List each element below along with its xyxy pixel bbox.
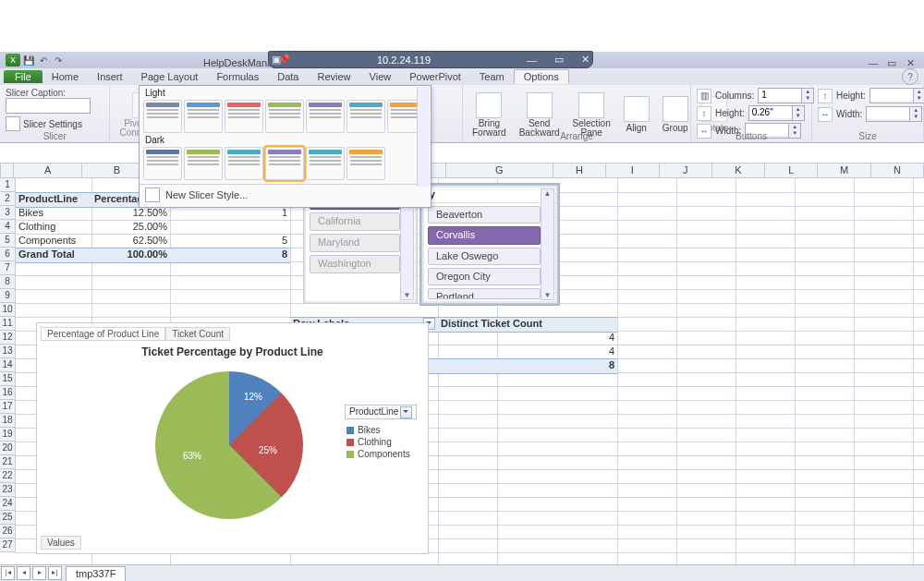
remote-ip: 10.2.24.119 bbox=[296, 54, 512, 66]
tab-insert[interactable]: Insert bbox=[88, 70, 132, 83]
pivot-chart[interactable]: Percentage of Product Line Ticket Count … bbox=[36, 322, 429, 554]
sheet-nav-prev[interactable]: ◂ bbox=[17, 566, 30, 580]
style-thumb[interactable] bbox=[346, 147, 385, 180]
tab-view[interactable]: View bbox=[360, 70, 401, 83]
tab-home[interactable]: Home bbox=[43, 70, 88, 83]
redo-icon[interactable]: ↷ bbox=[52, 54, 65, 67]
tab-powerpivot[interactable]: PowerPivot bbox=[400, 70, 470, 83]
quick-access-toolbar: X 💾 ↶ ↷ bbox=[6, 54, 65, 67]
slicer-settings-button[interactable]: Slicer Settings bbox=[6, 116, 82, 131]
minimize-icon[interactable]: — bbox=[865, 57, 881, 68]
ribbon-group-buttons: Buttons bbox=[691, 131, 811, 141]
excel-icon[interactable]: X bbox=[6, 54, 20, 67]
gallery-light-label: Light bbox=[140, 86, 431, 100]
rd-close-icon[interactable]: ✕ bbox=[578, 54, 592, 66]
columns-input[interactable] bbox=[759, 89, 801, 101]
remote-connection-bar[interactable]: 📌 ▣ 10.2.24.119 — ▭ ✕ bbox=[268, 51, 593, 68]
style-thumb[interactable] bbox=[306, 147, 345, 180]
ribbon-tabs: File Home Insert Page Layout Formulas Da… bbox=[0, 68, 924, 86]
style-thumb[interactable] bbox=[143, 100, 182, 133]
pie-label-components: 63% bbox=[183, 451, 201, 461]
rd-minimize-icon[interactable]: — bbox=[525, 54, 539, 66]
sheet-nav-last[interactable]: ▸| bbox=[48, 566, 62, 580]
tab-formulas[interactable]: Formulas bbox=[207, 70, 268, 83]
sheet-tab[interactable]: tmp337F bbox=[66, 566, 126, 581]
pin-icon[interactable]: 📌 bbox=[276, 54, 290, 66]
sheet-nav-first[interactable]: |◂ bbox=[1, 566, 15, 580]
close-icon[interactable]: ✕ bbox=[902, 57, 918, 68]
tab-pagelayout[interactable]: Page Layout bbox=[132, 70, 208, 83]
size-width-input[interactable] bbox=[867, 107, 909, 119]
style-thumb[interactable] bbox=[346, 100, 385, 133]
style-thumb[interactable] bbox=[225, 100, 263, 133]
gallery-dark-label: Dark bbox=[140, 133, 431, 147]
help-icon[interactable]: ? bbox=[902, 68, 918, 85]
align-button[interactable]: Align bbox=[620, 94, 653, 135]
align-icon bbox=[624, 96, 650, 122]
restore-icon[interactable]: ▭ bbox=[883, 57, 900, 68]
chart-tab-ticketcount[interactable]: Ticket Count bbox=[165, 327, 230, 341]
chart-title: Ticket Percentage by Product Line bbox=[37, 345, 428, 358]
style-thumb[interactable] bbox=[306, 100, 345, 133]
style-thumb[interactable] bbox=[225, 147, 263, 180]
rd-restore-icon[interactable]: ▭ bbox=[552, 54, 565, 66]
ribbon-group-size: Size bbox=[812, 131, 923, 141]
selection-pane-icon bbox=[578, 92, 604, 118]
slicer-caption-label: Slicer Caption: bbox=[6, 88, 66, 98]
ribbon-group-slicer: Slicer bbox=[0, 131, 109, 141]
new-style-icon bbox=[145, 188, 160, 202]
style-thumb[interactable] bbox=[184, 147, 223, 180]
btn-height-input[interactable] bbox=[749, 106, 792, 118]
new-slicer-style-button[interactable]: New Slicer Style... bbox=[140, 185, 431, 205]
bring-forward-icon bbox=[476, 92, 502, 118]
pie-label-clothing: 25% bbox=[259, 445, 277, 455]
chart-tab-percentage[interactable]: Percentage of Product Line bbox=[41, 327, 165, 341]
style-thumb[interactable] bbox=[143, 147, 182, 180]
chart-legend: Bikes Clothing Components bbox=[346, 423, 419, 461]
sheet-tab-bar: |◂ ◂ ▸ ▸| tmp337F bbox=[0, 564, 924, 581]
save-icon[interactable]: 💾 bbox=[22, 54, 35, 67]
style-thumb[interactable] bbox=[265, 147, 304, 180]
size-height-icon: ↕ bbox=[818, 89, 833, 103]
slicer-style-gallery[interactable]: Light Dark New Slicer Style... bbox=[139, 85, 432, 208]
ribbon-group-arrange: Arrange bbox=[463, 131, 690, 141]
tab-data[interactable]: Data bbox=[268, 70, 308, 83]
slicer-settings-icon bbox=[6, 116, 20, 131]
tab-review[interactable]: Review bbox=[308, 70, 359, 83]
btn-height-icon: ↕ bbox=[697, 106, 711, 121]
style-thumb[interactable] bbox=[184, 100, 223, 133]
gallery-scrollbar[interactable] bbox=[417, 87, 430, 187]
style-thumb[interactable] bbox=[265, 100, 304, 133]
tab-team[interactable]: Team bbox=[470, 70, 514, 83]
file-tab[interactable]: File bbox=[4, 70, 43, 83]
slicer-caption-input[interactable] bbox=[6, 98, 91, 114]
send-backward-icon bbox=[527, 92, 553, 118]
size-height-input[interactable] bbox=[870, 89, 913, 101]
sheet-nav-next[interactable]: ▸ bbox=[32, 566, 46, 580]
pie-label-bikes: 12% bbox=[244, 392, 262, 402]
undo-icon[interactable]: ↶ bbox=[37, 54, 50, 67]
group-button[interactable]: Group bbox=[659, 94, 692, 135]
columns-icon: ▥ bbox=[697, 89, 711, 103]
tab-options[interactable]: Options bbox=[514, 69, 569, 84]
size-width-icon: ↔ bbox=[818, 107, 833, 122]
group-icon bbox=[663, 96, 688, 122]
chart-field-dropdown[interactable]: ProductLine bbox=[345, 405, 417, 419]
chart-values-tab[interactable]: Values bbox=[41, 536, 81, 550]
pie-chart: 12% 25% 63% bbox=[155, 371, 303, 519]
